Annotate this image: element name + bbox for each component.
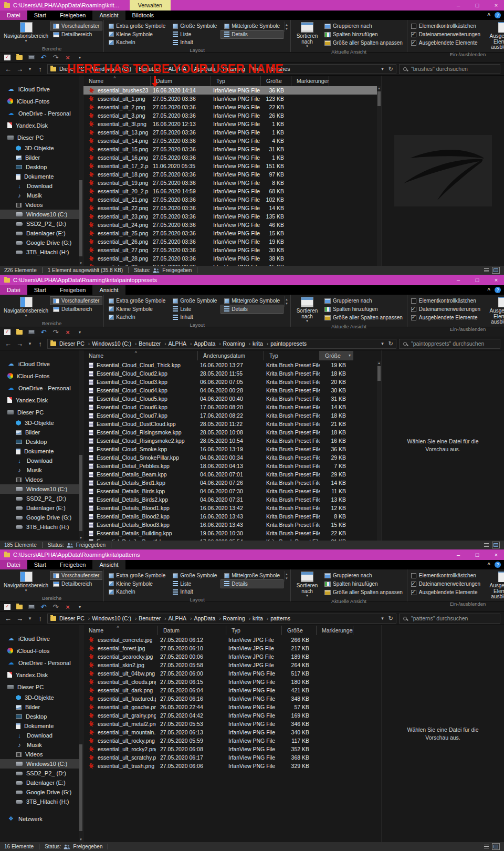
Essential_Details_Birds.kpp[interactable]: Essential_Details_Birds.kpp 04.06.2020 0… [83,487,381,495]
essential_ult_18.png[interactable]: essential_ult_18.png 27.05.2020 03:36 Ir… [83,170,381,179]
address-dropdown-icon[interactable]: ▾ [381,616,384,621]
sidebar-item[interactable]: 3TB_Hitachi (H:) [0,247,83,257]
details-pane-button[interactable]: Detailbereich [50,30,102,38]
properties-icon[interactable] [4,55,10,60]
group-by-button[interactable]: Gruppieren nach [322,572,405,579]
layout-medium-icons[interactable]: Mittelgroße Symbole [221,572,283,580]
essential_ult_28.png[interactable]: essential_ult_28.png 27.05.2020 03:36 Ir… [83,254,381,263]
column-header[interactable]: Name [83,626,158,635]
refresh-icon[interactable]: ↻ [388,615,393,622]
sidebar-item[interactable]: Google Drive (G:) [0,238,83,247]
breadcrumb-item[interactable]: AppData [193,615,222,621]
navigation-pane-button[interactable]: Navigationsbereich ▾ [2,296,50,318]
Essential_Details_Birds2.kpp[interactable]: Essential_Details_Birds2.kpp 04.06.2020 … [83,495,381,504]
rename-icon[interactable] [28,605,35,609]
layout-content[interactable]: Inhalt [170,38,220,47]
sidebar-item[interactable]: Windows10 (C:) [0,759,83,769]
sidebar-item[interactable]: Dieser PC [0,406,83,418]
search-input[interactable] [410,615,496,622]
column-header[interactable]: Name [83,351,198,360]
layout-tiles[interactable]: Kacheln [106,38,169,47]
layout-small-icons[interactable]: Kleine Symbole [106,580,169,588]
layout-details[interactable]: Details [221,30,283,39]
Essential_Cloud_SmokePillar.kpp[interactable]: Essential_Cloud_SmokePillar.kpp 04.06.20… [83,453,381,462]
sidebar-item[interactable]: Yandex.Disk [0,669,83,681]
sidebar-item[interactable]: SSD2_P2_ (D:) [0,769,83,778]
add-columns-button[interactable]: Spalten hinzufügen [322,580,405,588]
essential_ult_20_2.p...[interactable]: essential_ult_20_2.p... 16.06.2020 14:59… [83,187,381,195]
sidebar-item[interactable]: Download [0,456,83,465]
essential_ult_rocky.png[interactable]: essential_ult_rocky.png 27.05.2020 05:59… [83,736,381,745]
checkbox-hidden-items[interactable]: Ausgeblendete Elemente [411,588,480,596]
layout-extra-large-icons[interactable]: Extra große Symbole [106,22,169,30]
new-folder-icon[interactable] [16,330,23,335]
essential_ult_1.png[interactable]: essential_ult_1.png 27.05.2020 03:36 Irf… [83,95,381,103]
essential_ult_clouds.png[interactable]: essential_ult_clouds.png 27.05.2020 06:1… [83,678,381,686]
essential_forest.jpg[interactable]: essential_forest.jpg 27.05.2020 06:10 Ir… [83,644,381,652]
Essential_Details_Bird1.kpp[interactable]: Essential_Details_Bird1.kpp 04.06.2020 0… [83,479,381,487]
undo-icon[interactable] [40,604,47,610]
essential_skin2.jpg[interactable]: essential_skin2.jpg 27.05.2020 05:58 Irf… [83,661,381,669]
essential_ult_14.png[interactable]: essential_ult_14.png 27.05.2020 03:36 Ir… [83,137,381,145]
column-header[interactable]: Größe [282,626,317,635]
properties-icon[interactable] [4,329,10,335]
layout-small-icons[interactable]: Kleine Symbole [106,305,169,314]
Essential_Details_Building.kpp[interactable]: Essential_Details_Building.kpp 19.06.202… [83,529,381,537]
scrollbar-thumb[interactable] [79,180,82,256]
essential_ult_04bw.png[interactable]: essential_ult_04bw.png 27.05.2020 06:00 … [83,669,381,678]
undo-icon[interactable] [40,329,47,336]
essential_ult_23.png[interactable]: essential_ult_23.png 27.05.2020 03:36 Ir… [83,212,381,221]
close-button[interactable]: × [492,552,500,558]
customize-qat-icon[interactable] [77,54,83,61]
essential_ult_trash.png[interactable]: essential_ult_trash.png 27.05.2020 06:06… [83,762,381,770]
delete-icon[interactable] [65,604,71,610]
up-icon[interactable]: ↑ [36,65,45,73]
help-icon[interactable]: ? [495,287,501,293]
Essential_Cloud_Cloud5.kpp[interactable]: Essential_Cloud_Cloud5.kpp 04.06.2020 00… [83,395,381,403]
back-icon[interactable]: ← [4,615,13,622]
essential_ult_metal2.png[interactable]: essential_ult_metal2.png 27.05.2020 05:5… [83,720,381,728]
layout-scrollbar[interactable]: ▴ ▾ [284,296,289,307]
scrollbar-thumb[interactable] [377,91,381,106]
sidebar-item[interactable]: iCloud-Fotos [0,645,83,657]
checkbox-item-checkboxes[interactable]: Elementkontrollkästchen [411,22,480,30]
Essential_Cloud_Risingsmoke.kpp[interactable]: Essential_Cloud_Risingsmoke.kpp 28.05.20… [83,428,381,437]
sidebar-item[interactable]: Google Drive (G:) [0,513,83,522]
column-header[interactable]: Änderungsdatum [198,351,264,360]
breadcrumb-item[interactable]: AppData [193,340,222,347]
layout-medium-icons[interactable]: Mittelgroße Symbole [221,22,283,30]
column-header[interactable]: Größe [320,351,353,360]
address-dropdown-icon[interactable]: ▾ [381,341,384,346]
essential_ult_3.png[interactable]: essential_ult_3.png 27.05.2020 03:36 Irf… [83,111,381,120]
breadcrumb-item[interactable]: Benutzer [138,615,167,621]
checkbox-file-extensions[interactable]: Dateinamenerweiterungen [411,580,480,588]
sidebar-scrollbar[interactable]: ▾ [79,625,83,842]
sidebar-item[interactable]: iCloud-Fotos [0,370,83,382]
preview-pane-button[interactable]: Vorschaufenster [50,572,102,579]
sort-by-button[interactable]: Sortieren nach ▾ [292,296,322,323]
sidebar-scrollbar[interactable]: ▾ [79,350,83,541]
fit-columns-button[interactable]: Größe aller Spalten anpassen [322,588,405,596]
sidebar-item[interactable]: iCloud-Fotos [0,95,83,107]
Essential_Details_Burst1.kpp[interactable]: Essential_Details_Burst1.kpp 17.06.2020 … [83,537,381,541]
essential_ult_15.png[interactable]: essential_ult_15.png 27.05.2020 03:36 Ir… [83,145,381,153]
refresh-icon[interactable]: ↻ [388,66,393,72]
collapse-ribbon-icon[interactable]: ^ [487,13,490,18]
layout-scrollbar[interactable]: ▴ ▾ [284,571,289,582]
Essential_Details_Beam.kpp[interactable]: Essential_Details_Beam.kpp 04.06.2020 07… [83,470,381,479]
sidebar-item[interactable]: Videos [0,475,83,484]
details-view-button[interactable] [482,542,490,548]
sidebar-item[interactable]: 3D-Objekte [0,418,83,428]
sidebar-item[interactable]: Bilder [0,702,83,712]
breadcrumb-item[interactable]: Dieser PC [58,340,91,347]
address-field[interactable]: Dieser PCWindows10 (C:)BenutzerALPHAAppD… [47,339,396,349]
breadcrumb-item[interactable]: Roaming [222,615,251,621]
layout-content[interactable]: Inhalt [170,313,220,321]
layout-list[interactable]: Liste [170,305,220,314]
sidebar-item[interactable]: OneDrive - Personal [0,107,83,119]
layout-extra-large-icons[interactable]: Extra große Symbole [106,572,169,580]
breadcrumb-item[interactable]: patterns [269,615,291,621]
essential_ult_13.png[interactable]: essential_ult_13.png 27.05.2020 03:36 Ir… [83,128,381,137]
sidebar-item[interactable]: Dokumente [0,447,83,456]
sidebar-item[interactable]: iCloud Drive [0,632,83,645]
